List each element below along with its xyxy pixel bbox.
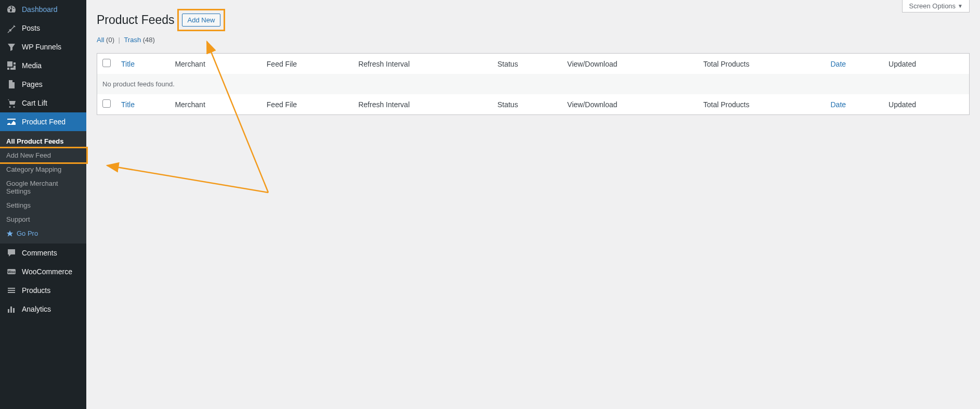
submenu-google-merchant-settings[interactable]: Google Merchant Settings xyxy=(0,176,86,198)
menu-posts-label: Posts xyxy=(22,24,40,32)
menu-pages-label: Pages xyxy=(22,80,43,88)
menu-dashboard-label: Dashboard xyxy=(22,5,58,14)
select-all-checkbox-top[interactable] xyxy=(102,59,111,67)
products-icon xyxy=(6,285,17,296)
filter-all-count: (0) xyxy=(106,36,114,44)
menu-comments-label: Comments xyxy=(22,249,57,257)
menu-woocommerce-label: WooCommerce xyxy=(22,267,72,276)
col-status-header: Status xyxy=(492,54,562,74)
filter-trash-link[interactable]: Trash xyxy=(124,36,141,44)
col-title-footer[interactable]: Title xyxy=(121,100,135,109)
menu-analytics-label: Analytics xyxy=(22,305,51,313)
pages-icon xyxy=(6,79,17,90)
col-updated-header: Updated xyxy=(883,54,969,74)
submenu-add-new-feed[interactable]: Add New Feed xyxy=(0,148,86,162)
woocommerce-icon: Woo xyxy=(6,266,17,277)
menu-pages[interactable]: Pages xyxy=(0,75,86,94)
col-refresh-interval-footer: Refresh Interval xyxy=(353,94,492,115)
col-status-footer: Status xyxy=(492,94,562,115)
analytics-icon xyxy=(6,304,17,314)
product-feed-icon xyxy=(6,117,17,127)
menu-woocommerce[interactable]: Woo WooCommerce xyxy=(0,262,86,281)
page-title: Product Feeds xyxy=(97,13,175,27)
col-view-download-header: View/Download xyxy=(562,54,698,74)
cart-icon xyxy=(6,98,17,108)
menu-posts[interactable]: Posts xyxy=(0,19,86,37)
menu-analytics[interactable]: Analytics xyxy=(0,300,86,318)
page-header: Product Feeds Add New xyxy=(97,10,970,30)
col-title-header[interactable]: Title xyxy=(121,60,135,68)
submenu-category-mapping[interactable]: Category Mapping xyxy=(0,162,86,176)
submenu-go-pro-label: Go Pro xyxy=(17,229,38,237)
col-view-download-footer: View/Download xyxy=(562,94,698,115)
menu-product-feed-label: Product Feed xyxy=(22,118,66,126)
screen-options-button[interactable]: Screen Options ▼ xyxy=(902,0,970,12)
menu-wp-funnels[interactable]: WP Funnels xyxy=(0,37,86,56)
col-refresh-interval-header: Refresh Interval xyxy=(353,54,492,74)
dashboard-icon xyxy=(6,4,17,15)
media-icon xyxy=(6,60,17,71)
submenu-all-product-feeds[interactable]: All Product Feeds xyxy=(0,134,86,148)
menu-media-label: Media xyxy=(22,61,42,70)
menu-products-label: Products xyxy=(22,286,50,295)
menu-media[interactable]: Media xyxy=(0,56,86,75)
screen-options-label: Screen Options xyxy=(909,2,956,10)
product-feed-submenu: All Product Feeds Add New Feed Category … xyxy=(0,131,86,244)
svg-text:Woo: Woo xyxy=(7,270,15,274)
submenu-support[interactable]: Support xyxy=(0,212,86,226)
filter-all-link[interactable]: All xyxy=(97,36,104,44)
menu-wp-funnels-label: WP Funnels xyxy=(22,43,61,51)
menu-comments[interactable]: Comments xyxy=(0,244,86,262)
col-updated-footer: Updated xyxy=(883,94,969,115)
col-total-products-footer: Total Products xyxy=(698,94,826,115)
add-new-button[interactable]: Add New xyxy=(182,14,221,27)
menu-cart-lift[interactable]: Cart Lift xyxy=(0,94,86,112)
product-feeds-table: Title Merchant Feed File Refresh Interva… xyxy=(97,53,970,115)
col-total-products-header: Total Products xyxy=(698,54,826,74)
content-area: Screen Options ▼ Product Feeds Add New A… xyxy=(86,0,980,409)
submenu-go-pro[interactable]: Go Pro xyxy=(0,226,86,240)
add-new-highlight-box: Add New xyxy=(179,10,224,30)
list-filters: All (0) | Trash (48) xyxy=(97,36,970,44)
chevron-down-icon: ▼ xyxy=(958,3,963,9)
svg-line-4 xyxy=(107,165,268,193)
menu-dashboard[interactable]: Dashboard xyxy=(0,0,86,19)
col-feed-file-header: Feed File xyxy=(262,54,353,74)
col-date-footer[interactable]: Date xyxy=(831,100,846,109)
menu-cart-lift-label: Cart Lift xyxy=(22,99,47,107)
col-merchant-header: Merchant xyxy=(169,54,261,74)
funnel-icon xyxy=(6,42,17,52)
admin-sidebar: Dashboard Posts WP Funnels Media Pages C… xyxy=(0,0,86,409)
submenu-settings[interactable]: Settings xyxy=(0,198,86,212)
select-all-checkbox-bottom[interactable] xyxy=(102,99,111,108)
filter-trash-count: (48) xyxy=(143,36,155,44)
filter-separator: | xyxy=(119,36,120,44)
col-merchant-footer: Merchant xyxy=(169,94,261,115)
comments-icon xyxy=(6,248,17,258)
col-date-header[interactable]: Date xyxy=(831,60,846,68)
menu-product-feed[interactable]: Product Feed xyxy=(0,112,86,131)
menu-products[interactable]: Products xyxy=(0,281,86,300)
col-feed-file-footer: Feed File xyxy=(262,94,353,115)
empty-table-message: No product feeds found. xyxy=(97,74,970,94)
star-icon xyxy=(6,230,14,237)
pin-icon xyxy=(6,23,17,33)
